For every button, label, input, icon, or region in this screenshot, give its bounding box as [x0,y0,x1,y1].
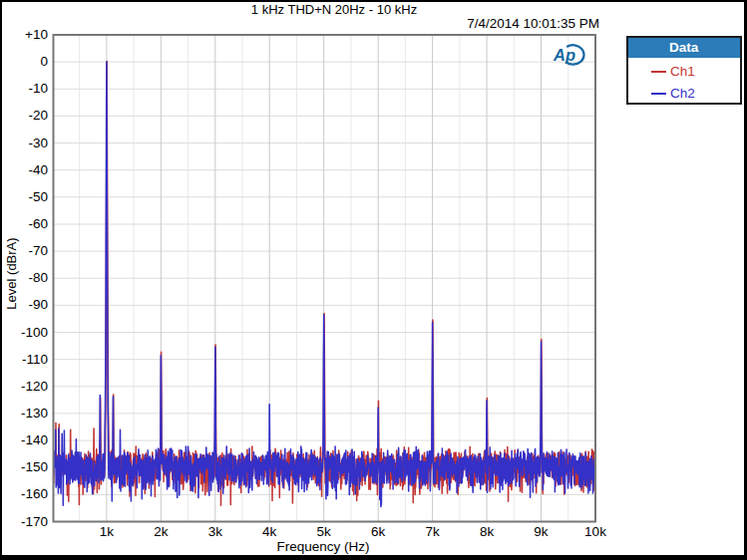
svg-text:Ap: Ap [553,46,575,64]
